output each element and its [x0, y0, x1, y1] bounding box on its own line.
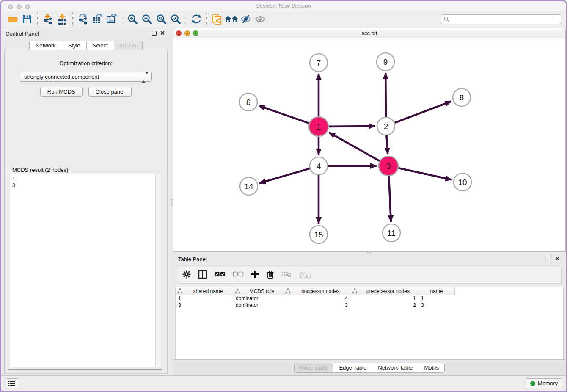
graph-node-10[interactable]: 10 [454, 173, 471, 191]
network-graph[interactable]: 7968124314101511 [173, 38, 565, 251]
criterion-select[interactable]: strongly connected component [20, 72, 152, 82]
graph-node-6[interactable]: 6 [239, 93, 257, 111]
import-network-button[interactable] [41, 12, 55, 26]
table-panel-header: Table Panel ✕ [173, 254, 566, 265]
table-cell[interactable]: 4 [284, 295, 350, 302]
table-close-icon[interactable]: ✕ [555, 256, 560, 262]
export-image-button[interactable] [105, 12, 119, 26]
table-cell[interactable]: 1 [418, 295, 455, 302]
column-layout-button[interactable] [198, 270, 207, 281]
table-cell[interactable]: 1 [350, 295, 418, 302]
search-icon [443, 16, 449, 22]
column-header-MCDS-role[interactable]: MCDS role [233, 287, 284, 295]
control-panel-header: Control Panel ✕ [1, 28, 171, 39]
memory-button[interactable]: Memory [526, 378, 562, 388]
edge-3-11[interactable] [389, 176, 391, 222]
tab-node-table[interactable]: Node Table [294, 363, 334, 373]
deselect-all-button[interactable] [233, 271, 244, 279]
export-image-icon [106, 13, 118, 25]
graph-node-7[interactable]: 7 [310, 54, 328, 72]
delete-table-button[interactable] [281, 271, 292, 279]
graph-node-9[interactable]: 9 [377, 53, 394, 71]
search-input[interactable] [449, 16, 559, 22]
graph-node-2[interactable]: 2 [377, 117, 395, 135]
zoom-out-button[interactable] [140, 12, 154, 26]
add-column-button[interactable] [251, 270, 259, 280]
edge-2-9[interactable] [385, 73, 386, 117]
edge-3-1[interactable] [329, 133, 380, 161]
edge-2-3[interactable] [386, 135, 388, 154]
show-eye-button[interactable] [253, 12, 267, 26]
column-header-shared-name[interactable]: shared name [176, 287, 233, 295]
delete-column-button[interactable] [267, 270, 274, 281]
graph-node-3[interactable]: 3 [379, 156, 398, 176]
table-cell[interactable]: 3 [176, 302, 233, 309]
eye-slash-icon [240, 14, 252, 24]
graph-node-8[interactable]: 8 [453, 88, 471, 106]
home-button[interactable] [224, 12, 239, 26]
table-panel: Table Panel ✕ [173, 254, 566, 375]
mcds-result-line: 1 [12, 175, 160, 182]
export-network-button[interactable] [76, 12, 90, 26]
node-label: 1 [317, 122, 321, 131]
status-bar: Memory [1, 375, 566, 391]
hide-panels-button[interactable] [239, 12, 253, 26]
run-mcds-button[interactable]: Run MCDS [40, 87, 83, 97]
open-session-button[interactable] [6, 12, 20, 26]
edge-1-6[interactable] [259, 106, 309, 124]
column-header-successor-nodes[interactable]: successor nodes [284, 287, 350, 295]
edge-3-10[interactable] [398, 168, 451, 179]
graph-node-11[interactable]: 11 [383, 224, 400, 242]
network-canvas[interactable]: 7968124314101511 [173, 38, 565, 251]
edge-1-2[interactable] [329, 126, 375, 127]
tab-network[interactable]: Network [29, 41, 62, 50]
zoom-in-button[interactable] [125, 12, 140, 26]
edge-2-8[interactable] [395, 101, 451, 123]
tab-network-table[interactable]: Network Table [372, 363, 418, 373]
result-scrollbar[interactable] [155, 174, 160, 367]
zoom-fit-button[interactable] [154, 12, 168, 26]
graph-node-14[interactable]: 14 [240, 177, 258, 195]
tab-select[interactable]: Select [87, 41, 114, 50]
table-cell[interactable]: dominator [233, 295, 284, 302]
edge-4-14[interactable] [259, 168, 310, 183]
function-builder-button[interactable]: f(x) [299, 271, 311, 279]
control-panel-title: Control Panel [6, 30, 39, 37]
table-row[interactable]: 3dominator323 [176, 302, 563, 309]
task-history-button[interactable] [6, 378, 18, 388]
duplicate-network-button[interactable] [210, 12, 224, 26]
table-settings-button[interactable] [182, 270, 191, 280]
table-cell[interactable]: 3 [284, 302, 350, 309]
select-all-button[interactable] [215, 271, 226, 279]
apply-layout-button[interactable] [189, 12, 204, 26]
import-table-button[interactable] [55, 12, 69, 26]
network-view-window: x − + scc.txt 7968124314101511 [173, 28, 566, 252]
save-session-button[interactable] [20, 12, 34, 26]
close-panel-icon[interactable]: ✕ [160, 30, 165, 36]
tab-style[interactable]: Style [62, 41, 87, 50]
main-toolbar [1, 11, 566, 28]
table-cell[interactable]: 3 [418, 302, 455, 309]
search-field[interactable] [441, 14, 561, 24]
close-panel-button[interactable]: Close panel [88, 87, 132, 97]
zoom-selected-button[interactable] [168, 12, 183, 26]
node-table-header: shared nameMCDS rolesuccessor nodesprede… [176, 287, 563, 295]
table-cell[interactable]: 1 [176, 295, 233, 302]
table-cell[interactable]: dominator [233, 302, 284, 309]
export-table-button[interactable] [90, 12, 105, 26]
table-cell[interactable]: 2 [350, 302, 418, 309]
tab-edge-table[interactable]: Edge Table [333, 363, 372, 373]
float-panel-icon[interactable] [152, 31, 157, 36]
tab-mcds[interactable]: MCDS [114, 41, 143, 50]
table-float-icon[interactable] [547, 257, 551, 261]
zoom-in-icon [127, 14, 138, 25]
graph-node-4[interactable]: 4 [310, 157, 328, 175]
tab-motifs[interactable]: Motifs [418, 363, 445, 373]
mcds-result-list[interactable]: 1 3 [10, 174, 160, 367]
table-row[interactable]: 1dominator411 [176, 295, 563, 302]
control-panel: Control Panel ✕ Network Style Select MCD… [1, 28, 171, 375]
column-header-predecessor-nodes[interactable]: predecessor nodes [350, 287, 418, 295]
graph-node-15[interactable]: 15 [310, 226, 328, 243]
graph-node-1[interactable]: 1 [309, 117, 328, 136]
column-header-name[interactable]: name [418, 287, 455, 295]
